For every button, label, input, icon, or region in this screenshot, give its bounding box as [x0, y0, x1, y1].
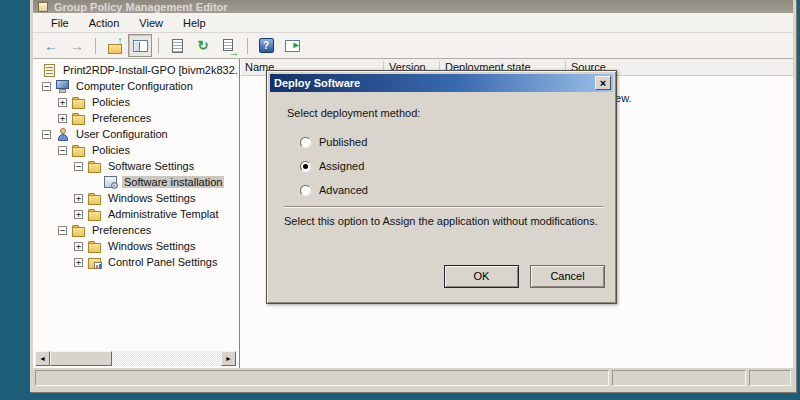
forward-glyph	[69, 38, 86, 54]
tree-item-label: Policies	[90, 144, 132, 156]
menu-view[interactable]: View	[129, 15, 173, 31]
tree-item-print2rdp-install-gpo-bivm2k832[interactable]: Print2RDP-Install-GPO [bivm2k832.	[33, 62, 239, 78]
tree-item-preferences[interactable]: +Preferences	[33, 110, 239, 126]
show-console-tree-icon[interactable]	[128, 34, 152, 57]
tree-item-software-installation[interactable]: Software installation	[33, 174, 239, 190]
radio-label: Assigned	[319, 160, 364, 172]
toolbar-separator	[95, 38, 96, 54]
tree-item-policies[interactable]: +Policies	[33, 94, 239, 110]
tree-item-computer-configuration[interactable]: −Computer Configuration	[33, 78, 239, 94]
radio-label: Published	[319, 136, 367, 148]
folder-icon	[87, 208, 102, 221]
folder-icon	[87, 240, 102, 253]
collapse-icon[interactable]: −	[42, 130, 51, 139]
up-folder-icon[interactable]	[102, 34, 126, 57]
radio-icon[interactable]	[300, 185, 311, 196]
show-action-pane-glyph	[284, 38, 301, 54]
forward-icon[interactable]	[65, 34, 89, 57]
tree-item-label: User Configuration	[74, 128, 170, 140]
deploy-software-dialog: Deploy Software × Select deployment meth…	[266, 70, 617, 304]
show-action-pane-icon[interactable]	[280, 34, 304, 57]
window-titlebar: Group Policy Management Editor	[33, 0, 793, 13]
status-segment-main	[35, 370, 609, 386]
console-tree-pane: Print2RDP-Install-GPO [bivm2k832.−Comput…	[33, 59, 240, 368]
scroll-left-icon[interactable]: ◄	[35, 351, 50, 366]
menu-action[interactable]: Action	[79, 15, 130, 31]
tree-item-policies[interactable]: −Policies	[33, 142, 239, 158]
ok-button[interactable]: OK	[444, 265, 519, 288]
radio-icon[interactable]	[300, 137, 311, 148]
expand-icon[interactable]: +	[74, 242, 83, 251]
folder-icon	[71, 112, 86, 125]
folder-icon	[71, 224, 86, 237]
window-title: Group Policy Management Editor	[54, 1, 228, 13]
scrollbar-track[interactable]	[50, 351, 221, 366]
tree-item-label: Software Settings	[106, 160, 196, 172]
tree-item-label: Preferences	[90, 224, 153, 236]
radio-label: Advanced	[319, 184, 368, 196]
radio-option-assigned[interactable]: Assigned	[300, 159, 364, 173]
dialog-title: Deploy Software	[274, 77, 360, 89]
status-bar	[33, 368, 793, 389]
expand-icon[interactable]: +	[58, 98, 67, 107]
show-console-tree-glyph	[132, 38, 149, 54]
back-glyph	[43, 38, 60, 54]
collapse-icon[interactable]: −	[58, 226, 67, 235]
scroll-right-icon[interactable]: ►	[221, 351, 236, 366]
swinstall-icon	[103, 176, 118, 189]
refresh-icon[interactable]	[191, 34, 215, 57]
deployment-method-prompt: Select deployment method:	[287, 107, 420, 119]
toolbar-separator	[247, 38, 248, 54]
toolbar-separator	[158, 38, 159, 54]
folder-icon	[71, 96, 86, 109]
toolbar	[33, 33, 793, 59]
expand-icon[interactable]: +	[74, 194, 83, 203]
dialog-titlebar[interactable]: Deploy Software	[270, 74, 613, 92]
tree-item-administrative-templat[interactable]: +Administrative Templat	[33, 206, 239, 222]
tree-item-label: Computer Configuration	[74, 80, 195, 92]
tree-item-preferences[interactable]: −Preferences	[33, 222, 239, 238]
scrollbar-thumb[interactable]	[50, 351, 112, 366]
help-glyph	[258, 38, 275, 54]
tree-item-label: Policies	[90, 96, 132, 108]
tree-horizontal-scrollbar[interactable]: ◄ ►	[35, 351, 236, 366]
tree-item-windows-settings[interactable]: +Windows Settings	[33, 190, 239, 206]
computer-icon	[55, 80, 70, 93]
tree-item-label: Preferences	[90, 112, 153, 124]
up-folder-glyph	[106, 38, 123, 54]
app-icon	[38, 2, 48, 12]
help-icon[interactable]	[254, 34, 278, 57]
export-list-icon[interactable]	[217, 34, 241, 57]
tree-item-windows-settings[interactable]: +Windows Settings	[33, 238, 239, 254]
collapse-icon[interactable]: −	[74, 162, 83, 171]
option-description: Select this option to Assign the applica…	[284, 215, 598, 227]
expand-icon[interactable]: +	[74, 258, 83, 267]
radio-option-advanced[interactable]: Advanced	[300, 183, 368, 197]
menu-help[interactable]: Help	[173, 15, 216, 31]
radio-selected-icon[interactable]	[300, 161, 311, 172]
back-icon[interactable]	[39, 34, 63, 57]
tree-item-label: Windows Settings	[106, 240, 197, 252]
user-icon	[55, 128, 70, 141]
tree-item-control-panel-settings[interactable]: +Control Panel Settings	[33, 254, 239, 270]
radio-option-published[interactable]: Published	[300, 135, 367, 149]
status-segment-right	[749, 370, 791, 386]
cpfolder-icon	[87, 256, 102, 269]
close-icon[interactable]: ×	[595, 76, 611, 90]
properties-icon[interactable]	[165, 34, 189, 57]
menu-file[interactable]: File	[41, 15, 79, 31]
tree-item-software-settings[interactable]: −Software Settings	[33, 158, 239, 174]
tree-item-label: Control Panel Settings	[106, 256, 219, 268]
expand-icon[interactable]: +	[58, 114, 67, 123]
folder-icon	[87, 160, 102, 173]
tree-item-user-configuration[interactable]: −User Configuration	[33, 126, 239, 142]
folder-icon	[71, 144, 86, 157]
cancel-button[interactable]: Cancel	[530, 265, 605, 288]
tree: Print2RDP-Install-GPO [bivm2k832.−Comput…	[33, 62, 239, 270]
collapse-icon[interactable]: −	[42, 82, 51, 91]
refresh-glyph	[195, 38, 212, 54]
collapse-icon[interactable]: −	[58, 146, 67, 155]
tree-item-label: Administrative Templat	[106, 208, 220, 220]
status-segment-secondary	[612, 370, 746, 386]
expand-icon[interactable]: +	[74, 210, 83, 219]
